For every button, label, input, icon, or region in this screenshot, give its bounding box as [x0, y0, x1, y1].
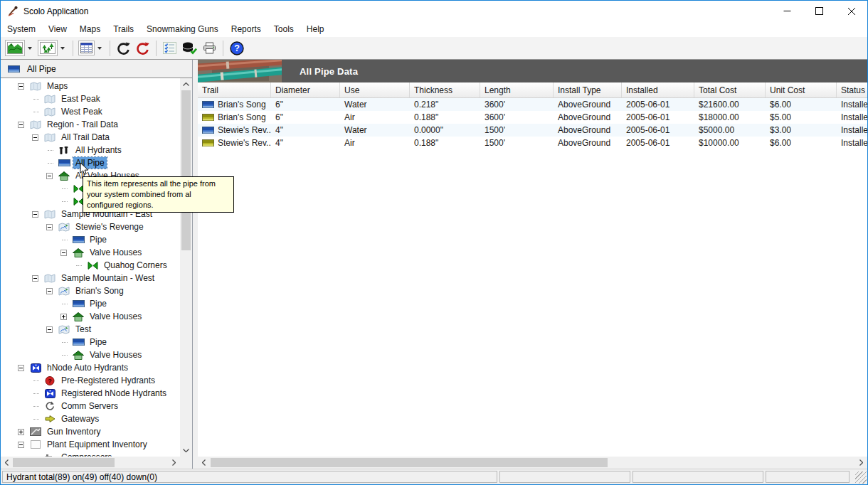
menu-item-system[interactable]: System: [1, 22, 42, 36]
tree-item-maps[interactable]: Maps: [1, 80, 180, 92]
tree-item-pipe[interactable]: Pipe: [1, 297, 180, 310]
expand-toggle[interactable]: [60, 250, 70, 256]
expand-toggle[interactable]: [32, 134, 42, 141]
plus-box-icon[interactable]: [18, 429, 24, 435]
tree-item-brian-s-song[interactable]: Brian's Song: [1, 284, 180, 297]
column-header-status[interactable]: Status: [837, 82, 867, 97]
expand-toggle[interactable]: [46, 224, 56, 230]
minus-box-icon[interactable]: [60, 250, 67, 256]
scroll-right-arrow[interactable]: [855, 457, 867, 469]
tree-vertical-scrollbar[interactable]: [180, 78, 192, 457]
tree-horizontal-scrollbar[interactable]: [1, 457, 180, 469]
minus-box-icon[interactable]: [18, 442, 24, 448]
minus-box-icon[interactable]: [46, 288, 53, 294]
minus-box-icon[interactable]: [46, 326, 53, 333]
tree-item-pipe[interactable]: Pipe: [1, 233, 180, 246]
minus-box-icon[interactable]: [18, 83, 24, 90]
expand-toggle[interactable]: [46, 288, 56, 294]
resize-grip[interactable]: [855, 471, 867, 484]
tree-item-all-trail-data[interactable]: All Trail Data: [1, 131, 180, 144]
tree-item-hnode-auto-hydrants[interactable]: hNode Auto Hydrants: [1, 361, 180, 374]
tree-item-sample-mountain-west[interactable]: Sample Mountain - West: [1, 272, 180, 284]
maximize-button[interactable]: [803, 1, 835, 21]
menu-item-trails[interactable]: Trails: [107, 22, 140, 36]
scroll-left-arrow[interactable]: [1, 457, 13, 469]
table-row[interactable]: Stewie's Rev...4"Water0.0000"1500'AboveG…: [198, 124, 867, 137]
minus-box-icon[interactable]: [32, 275, 38, 282]
expand-toggle[interactable]: [32, 211, 42, 218]
horizontal-scroll-thumb[interactable]: [211, 458, 608, 467]
table-row[interactable]: Brian's Song6"Air0.188"3600'AboveGround2…: [198, 111, 867, 124]
tree-item-all-hydrants[interactable]: All Hydrants: [1, 144, 180, 156]
column-header-installed[interactable]: Installed: [622, 82, 694, 97]
tree-item-pipe[interactable]: Pipe: [1, 336, 180, 348]
column-header-thickness[interactable]: Thickness: [410, 82, 480, 97]
menu-item-tools[interactable]: Tools: [268, 22, 300, 36]
toolbar-button-refresh-red[interactable]: [134, 41, 151, 56]
column-header-length[interactable]: Length: [480, 82, 554, 97]
tree-item-comm-servers[interactable]: Comm Servers: [1, 400, 180, 412]
tree-item-compressors[interactable]: Compressors: [1, 451, 180, 457]
tree-item-pre-registered-hydrants[interactable]: ?Pre-Registered Hydrants: [1, 374, 180, 387]
horizontal-scroll-thumb[interactable]: [13, 458, 115, 467]
plus-box-icon[interactable]: [60, 314, 67, 320]
column-header-install-type[interactable]: Install Type: [554, 82, 622, 97]
menu-item-maps[interactable]: Maps: [73, 22, 107, 36]
tree-item-gateways[interactable]: Gateways: [1, 412, 180, 425]
title-bar[interactable]: Scolo Application: [1, 1, 867, 21]
expand-toggle[interactable]: [18, 122, 28, 128]
expand-toggle[interactable]: [46, 173, 56, 179]
expand-toggle[interactable]: [60, 314, 70, 320]
scroll-left-arrow[interactable]: [198, 457, 210, 469]
dropdown-arrow[interactable]: [58, 41, 68, 55]
expand-toggle[interactable]: [32, 275, 42, 282]
table-row[interactable]: Brian's Song6"Water0.218"3600'AboveGroun…: [198, 98, 867, 111]
tree-item-west-peak[interactable]: West Peak: [1, 105, 180, 118]
minimize-button[interactable]: [771, 1, 803, 21]
column-header-trail[interactable]: Trail: [198, 82, 271, 97]
toolbar-button-printer[interactable]: [201, 41, 218, 55]
vertical-scroll-thumb[interactable]: [181, 90, 191, 250]
tree-item-valve-houses[interactable]: Valve Houses: [1, 246, 180, 259]
toolbar-button-data-table[interactable]: [78, 41, 105, 55]
dropdown-arrow[interactable]: [95, 41, 105, 55]
column-header-diameter[interactable]: Diameter: [271, 82, 340, 97]
toolbar-button-trail-maps[interactable]: [5, 40, 35, 56]
tree-item-quahog-corners[interactable]: Quahog Corners: [1, 259, 180, 272]
column-header-total-cost[interactable]: Total Cost: [694, 82, 766, 97]
dropdown-arrow[interactable]: [25, 41, 35, 55]
tree-item-all-pipe[interactable]: All Pipe: [1, 156, 180, 169]
minus-box-icon[interactable]: [32, 211, 38, 218]
minus-box-icon[interactable]: [46, 173, 53, 179]
toolbar-button-help[interactable]: ?: [228, 40, 245, 57]
toolbar-button-database-check[interactable]: [181, 41, 199, 56]
tree-item-valve-houses[interactable]: Valve Houses: [1, 348, 180, 361]
tree-item-stewie-s-revenge[interactable]: Stewie's Revenge: [1, 220, 180, 233]
tree-item-test[interactable]: Test: [1, 323, 180, 336]
table-row[interactable]: Stewie's Rev...4"Air0.188"1500'AboveGrou…: [198, 137, 867, 149]
tree-item-east-peak[interactable]: East Peak: [1, 92, 180, 105]
column-header-use[interactable]: Use: [340, 82, 410, 97]
expand-toggle[interactable]: [18, 83, 28, 90]
menu-item-help[interactable]: Help: [300, 22, 331, 36]
minus-box-icon[interactable]: [18, 122, 24, 128]
scroll-up-arrow[interactable]: [180, 78, 192, 90]
minus-box-icon[interactable]: [18, 365, 24, 371]
menu-item-view[interactable]: View: [42, 22, 73, 36]
toolbar-button-region-maps[interactable]: [38, 40, 68, 56]
menu-item-snowmaking-guns[interactable]: Snowmaking Guns: [140, 22, 225, 36]
close-button[interactable]: [835, 1, 867, 21]
expand-toggle[interactable]: [18, 429, 28, 435]
toolbar-button-refresh[interactable]: [115, 41, 132, 56]
expand-toggle[interactable]: [18, 365, 28, 371]
tree-item-registered-hnode-hydrants[interactable]: Registered hNode Hydrants: [1, 387, 180, 400]
tree-item-region-trail-data[interactable]: Region - Trail Data: [1, 118, 180, 131]
scroll-down-arrow[interactable]: [180, 444, 192, 457]
minus-box-icon[interactable]: [32, 134, 38, 141]
minus-box-icon[interactable]: [46, 224, 53, 230]
scroll-right-arrow[interactable]: [168, 457, 180, 469]
menu-item-reports[interactable]: Reports: [225, 22, 268, 36]
column-header-unit-cost[interactable]: Unit Cost: [766, 82, 837, 97]
panel-splitter[interactable]: [193, 60, 198, 469]
tree-item-valve-houses[interactable]: Valve Houses: [1, 310, 180, 323]
